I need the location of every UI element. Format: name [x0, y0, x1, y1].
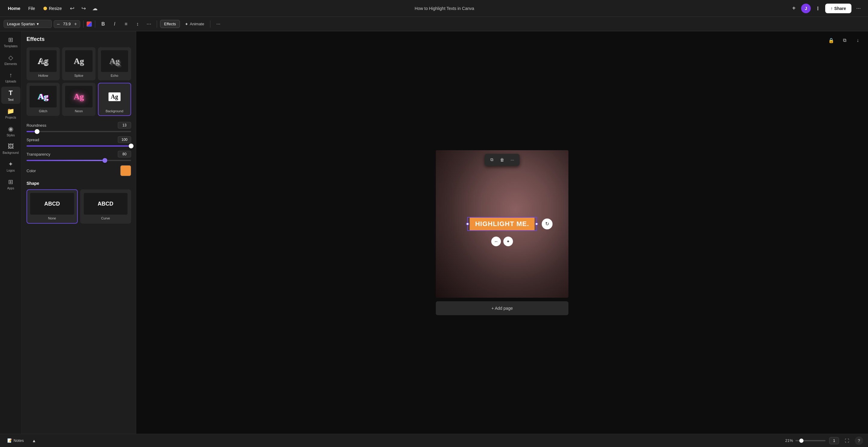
roundness-slider[interactable]	[27, 131, 131, 132]
notes-button[interactable]: 📝 Notes	[5, 437, 26, 444]
notes-label: Notes	[13, 438, 24, 443]
sidebar-label-elements: Elements	[4, 62, 17, 66]
share-icon: ↑	[831, 6, 833, 11]
cloud-save-button[interactable]: ☁	[90, 4, 100, 13]
collapse-button[interactable]: ▲	[30, 437, 38, 445]
sidebar-item-projects[interactable]: 📁 Projects	[1, 105, 21, 122]
sidebar-item-styles[interactable]: ◉ Styles	[1, 123, 21, 139]
shape-none[interactable]: ABCD None	[27, 189, 78, 224]
roundness-value[interactable]: 13	[118, 122, 131, 129]
projects-icon: 📁	[7, 107, 14, 115]
right-resize-handle[interactable]	[535, 222, 538, 226]
shape-curve-preview: ABCD	[84, 193, 128, 215]
font-size-increase[interactable]: +	[73, 21, 78, 27]
download-button[interactable]: ↓	[852, 35, 863, 46]
redo-button[interactable]: ↪	[79, 4, 88, 13]
zoom-label: 21%	[785, 438, 793, 443]
transparency-value[interactable]: 80	[118, 151, 131, 158]
selection-box: HIGHLIGHT ME.	[467, 217, 537, 231]
roundness-thumb[interactable]	[35, 129, 39, 134]
text-color-button[interactable]	[87, 21, 92, 27]
neon-label: Neon	[75, 109, 83, 113]
transparency-label: Transparency	[27, 152, 50, 157]
effect-card-splice[interactable]: Ag Splice	[62, 47, 95, 80]
add-collaborator-button[interactable]: +	[789, 4, 799, 13]
spread-value[interactable]: 100	[118, 136, 131, 143]
sidebar-item-text[interactable]: T Text	[1, 87, 21, 104]
shape-curve[interactable]: ABCD Curve	[80, 189, 131, 224]
neon-preview: Ag	[65, 86, 92, 107]
home-button[interactable]: Home	[5, 4, 24, 13]
help-button[interactable]: ?	[855, 437, 863, 445]
font-selector[interactable]: League Spartan ▾	[4, 20, 52, 28]
canvas-text-wrapper[interactable]: HIGHLIGHT ME. ↻	[467, 217, 537, 231]
font-size-value: 73.9	[61, 22, 72, 26]
spread-fill	[27, 145, 131, 147]
sidebar-item-uploads[interactable]: ↑ Uploads	[1, 69, 21, 85]
sidebar-item-elements[interactable]: ◇ Elements	[1, 51, 21, 68]
main-content: ⊞ Templates ◇ Elements ↑ Uploads T Text …	[0, 31, 868, 434]
canvas-text[interactable]: HIGHLIGHT ME.	[470, 218, 534, 230]
spread-slider[interactable]	[27, 145, 131, 147]
zoom-slider[interactable]	[795, 440, 826, 441]
sidebar-item-apps[interactable]: ⊞ Apps	[1, 176, 21, 192]
text-style-button[interactable]: ✦	[503, 237, 513, 246]
align-button[interactable]: ≡	[121, 19, 131, 29]
transparency-thumb[interactable]	[102, 158, 107, 163]
lock-button[interactable]: 🔒	[826, 35, 837, 46]
ft-more-button[interactable]: ···	[508, 156, 517, 164]
hollow-preview-text: Ag	[38, 56, 48, 66]
background-icon: 🖼	[8, 143, 14, 150]
sidebar-item-templates[interactable]: ⊞ Templates	[1, 34, 21, 50]
separator-3	[157, 21, 157, 28]
italic-button[interactable]: I	[110, 19, 119, 29]
effect-card-neon[interactable]: Ag Neon	[62, 83, 95, 116]
left-resize-handle[interactable]	[466, 222, 469, 226]
resize-icon-button[interactable]: ⫿	[813, 4, 823, 13]
add-page-button[interactable]: + Add page	[436, 301, 568, 315]
panel-title: Effects	[27, 36, 131, 42]
effect-card-echo[interactable]: Ag Echo	[98, 47, 131, 80]
font-size-decrease[interactable]: –	[56, 21, 61, 27]
resize-button[interactable]: Resize	[40, 4, 65, 13]
separator-4	[210, 21, 210, 28]
color-swatch[interactable]	[120, 165, 131, 176]
page-indicator[interactable]: 1	[829, 437, 839, 444]
elements-icon: ◇	[8, 54, 13, 61]
page-number: 1	[833, 439, 835, 443]
roundness-row: Roundness 13	[27, 122, 131, 129]
toolbar-more-button[interactable]: ···	[213, 19, 223, 29]
sidebar-label-projects: Projects	[5, 116, 16, 119]
share-button[interactable]: ↑ Share	[825, 4, 851, 13]
transparency-slider[interactable]	[27, 160, 131, 161]
zoom-thumb[interactable]	[799, 439, 804, 443]
effects-button[interactable]: Effects	[160, 20, 180, 28]
animate-button[interactable]: ✦ Animate	[182, 20, 207, 28]
fullscreen-button[interactable]: ⛶	[843, 437, 851, 445]
effect-card-glitch[interactable]: Ag Glitch	[27, 83, 60, 116]
effect-card-hollow[interactable]: Ag Hollow	[27, 47, 60, 80]
duplicate-button[interactable]: ⧉	[839, 35, 850, 46]
canvas-page[interactable]: ⧉ 🗑 ··· HIGHLIGHT ME. ↻ ↔ ✦	[436, 150, 568, 298]
spread-thumb[interactable]	[129, 144, 133, 148]
sidebar-item-logos[interactable]: ✦ Logos	[1, 158, 21, 175]
hollow-preview: Ag	[30, 50, 57, 72]
more-options-button[interactable]: ···	[854, 4, 863, 13]
more-text-options[interactable]: ⋯	[144, 19, 154, 29]
bold-button[interactable]: B	[98, 19, 108, 29]
ft-delete-button[interactable]: 🗑	[498, 156, 506, 164]
text-transform-button[interactable]: ↔	[491, 237, 501, 246]
spacing-button[interactable]: ↕	[133, 19, 142, 29]
file-button[interactable]: File	[25, 4, 38, 13]
rotate-handle[interactable]: ↻	[542, 218, 553, 229]
sidebar-item-background[interactable]: 🖼 Background	[1, 141, 21, 157]
shape-none-label: None	[48, 216, 56, 220]
text-icon: T	[9, 89, 13, 97]
avatar[interactable]: J	[801, 4, 811, 13]
effect-card-background[interactable]: Ag Background	[98, 83, 131, 116]
ft-copy-button[interactable]: ⧉	[488, 156, 496, 164]
glitch-label: Glitch	[39, 109, 47, 113]
canvas-area[interactable]: 🔒 ⧉ ↓ ⧉ 🗑 ··· HIGHLIGHT ME.	[136, 31, 868, 434]
undo-button[interactable]: ↩	[67, 4, 77, 13]
shape-none-preview: ABCD	[30, 193, 74, 215]
